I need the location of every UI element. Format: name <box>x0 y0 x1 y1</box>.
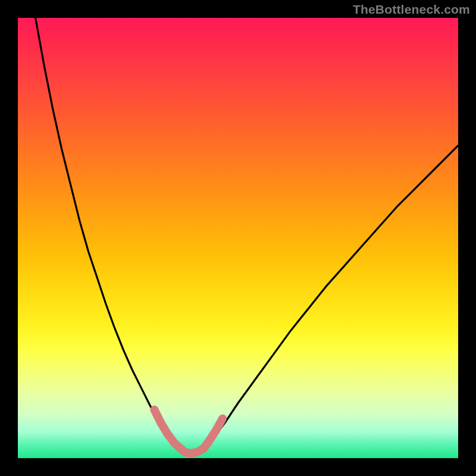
pink-overlay-right-path <box>204 418 223 448</box>
black-curve-group <box>36 18 458 454</box>
left-curve-path <box>36 18 179 447</box>
pink-overlay-left-path <box>154 410 180 448</box>
chart-frame: TheBottleneck.com <box>0 0 476 476</box>
right-curve-path <box>203 146 458 450</box>
plot-area <box>18 18 458 458</box>
curve-layer <box>18 18 458 458</box>
attribution-text: TheBottleneck.com <box>353 2 470 17</box>
pink-overlay-group <box>154 410 223 453</box>
